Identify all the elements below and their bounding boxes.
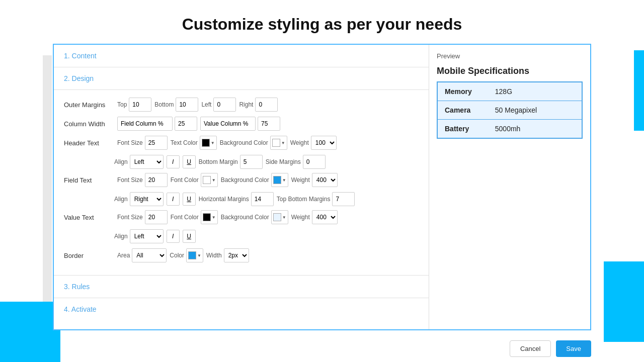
value-font-color-label: Font Color	[171, 214, 199, 221]
section-design-header[interactable]: 2. Design	[54, 67, 429, 90]
save-button[interactable]: Save	[556, 340, 591, 357]
value-column-group	[200, 117, 280, 131]
value-column-value-input[interactable]	[258, 117, 280, 131]
field-font-color-picker[interactable]: ▼	[201, 173, 218, 187]
value-bg-color-arrow: ▼	[282, 215, 286, 220]
preview-label: Preview	[437, 52, 583, 60]
value-align-label: Align	[114, 233, 128, 240]
header-italic-button[interactable]: I	[167, 155, 180, 168]
header-text-color-label: Text Color	[171, 139, 198, 146]
border-width-group: Width 2px1px3px4px	[206, 248, 249, 262]
right-panel: Preview Mobile Specifications Memory128G…	[429, 45, 590, 329]
value-font-color-arrow: ▼	[212, 215, 216, 220]
activate-label: 4. Activate	[64, 305, 97, 313]
header-side-margins-input[interactable]	[303, 155, 326, 169]
page-title: Customize styling as per your needs	[0, 0, 644, 44]
header-side-margins-label: Side Margins	[266, 158, 301, 165]
header-font-size-input[interactable]	[145, 136, 168, 150]
field-align-select[interactable]: RightLeftCenter	[130, 192, 164, 206]
border-label: Border	[64, 252, 114, 259]
value-align-select[interactable]: LeftRightCenter	[130, 229, 164, 243]
border-width-label: Width	[206, 252, 222, 259]
header-font-size-group: Font Size	[117, 136, 168, 150]
value-text-row2: Align LeftRightCenter I U	[64, 229, 419, 243]
section-activate-header[interactable]: 4. Activate	[54, 298, 429, 320]
header-text-row2: Align LeftRightCenter I U Bottom Margin …	[64, 155, 419, 169]
outer-margins-label: Outer Margins	[64, 101, 114, 109]
field-align-group: Align RightLeftCenter	[114, 192, 164, 206]
header-bg-color-picker[interactable]: ▼	[270, 136, 287, 150]
field-tb-margins-group: Top Bottom Margins	[277, 192, 355, 206]
outer-margins-left-group: Left	[201, 98, 236, 112]
bottom-bar: Cancel Save	[510, 335, 591, 362]
cancel-button[interactable]: Cancel	[510, 340, 551, 357]
value-font-color-picker[interactable]: ▼	[201, 210, 218, 224]
outer-margins-bottom-input[interactable]	[176, 98, 198, 112]
header-align-select[interactable]: LeftRightCenter	[130, 155, 164, 169]
field-font-size-input[interactable]	[145, 173, 168, 187]
value-bg-color-label: Background Color	[221, 214, 269, 221]
field-italic-button[interactable]: I	[167, 193, 180, 206]
field-bg-color-picker[interactable]: ▼	[271, 173, 288, 187]
value-italic-button[interactable]: I	[167, 230, 180, 243]
value-font-color-group: Font Color ▼	[171, 210, 218, 224]
preview-subtitle: Mobile Specifications	[437, 66, 583, 76]
header-underline-button[interactable]: U	[183, 155, 196, 168]
outer-margins-right-input[interactable]	[255, 98, 278, 112]
outer-margins-row: Outer Margins Top Bottom Left Right	[64, 98, 419, 112]
field-weight-select[interactable]: 400100700	[312, 173, 338, 187]
preview-table: Memory128GCamera50 MegapixelBattery5000m…	[437, 81, 583, 139]
header-bg-color-label: Background Color	[220, 139, 268, 146]
border-width-select[interactable]: 2px1px3px4px	[224, 248, 249, 262]
border-color-label: Color	[170, 252, 184, 259]
blue-decoration-bottom-left	[0, 302, 60, 362]
section-content-header[interactable]: 1. Content	[54, 45, 429, 67]
header-text-color-picker[interactable]: ▼	[200, 136, 217, 150]
value-text-label: Value Text	[64, 214, 114, 221]
border-color-picker[interactable]: ▼	[186, 248, 203, 262]
preview-table-row: Battery5000mh	[437, 120, 582, 139]
field-bg-color-label: Background Color	[221, 176, 269, 184]
border-area-select[interactable]: AllTopBottomLeftRight	[132, 248, 167, 262]
field-h-margins-group: Horizontal Margins	[199, 192, 274, 206]
field-tb-margins-label: Top Bottom Margins	[277, 196, 331, 203]
header-bottom-margin-label: Bottom Margin	[199, 158, 238, 165]
preview-table-row: Camera50 Megapixel	[437, 101, 582, 120]
header-text-row1: Header Text Font Size Text Color ▼ Backg…	[64, 136, 419, 150]
field-text-row1: Field Text Font Size Font Color ▼ Backgr…	[64, 173, 419, 187]
field-column-group	[117, 117, 197, 131]
blue-decoration-top-right	[634, 50, 644, 131]
field-font-color-group: Font Color ▼	[171, 173, 218, 187]
field-font-size-group: Font Size	[117, 173, 168, 187]
header-text-color-arrow: ▼	[211, 141, 215, 145]
header-text-color-swatch	[202, 139, 210, 147]
value-underline-button[interactable]: U	[183, 230, 196, 243]
preview-value-cell: 50 Megapixel	[488, 101, 582, 120]
column-width-row: Column Width	[64, 117, 419, 131]
field-underline-button[interactable]: U	[183, 193, 196, 206]
value-font-size-input[interactable]	[145, 210, 168, 224]
value-weight-select[interactable]: 400100700	[312, 210, 338, 224]
outer-margins-top-input[interactable]	[129, 98, 151, 112]
section-rules-header[interactable]: 3. Rules	[54, 276, 429, 298]
value-bg-color-swatch	[273, 213, 281, 221]
preview-field-cell: Memory	[437, 82, 488, 101]
field-text-label: Field Text	[64, 176, 114, 184]
rules-label: 3. Rules	[64, 283, 90, 291]
right-label: Right	[239, 101, 253, 108]
outer-margins-right-group: Right	[239, 98, 278, 112]
field-h-margins-input[interactable]	[251, 192, 274, 206]
header-align-label: Align	[114, 158, 128, 165]
header-bottom-margin-input[interactable]	[240, 155, 263, 169]
value-bg-color-picker[interactable]: ▼	[271, 210, 288, 224]
header-weight-select[interactable]: 100200300400	[311, 136, 337, 150]
outer-margins-top-group: Top	[117, 98, 151, 112]
left-panel: 1. Content 2. Design Outer Margins Top B…	[54, 45, 429, 329]
field-text-section: Field Text Font Size Font Color ▼ Backgr…	[64, 173, 419, 206]
value-bg-color-group: Background Color ▼	[221, 210, 288, 224]
design-content: Outer Margins Top Bottom Left Right	[54, 90, 429, 276]
field-tb-margins-input[interactable]	[332, 192, 355, 206]
border-area-label: Area	[117, 252, 130, 259]
field-column-value-input[interactable]	[175, 117, 197, 131]
outer-margins-left-input[interactable]	[213, 98, 236, 112]
